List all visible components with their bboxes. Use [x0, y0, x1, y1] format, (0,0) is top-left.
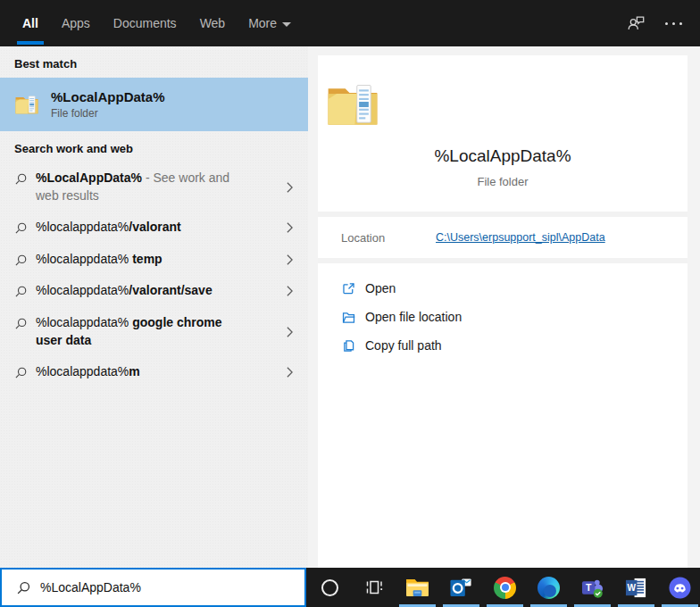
chevron-right-icon[interactable] [286, 254, 294, 266]
open-icon [341, 281, 356, 296]
search-web-header: Search work and web [0, 131, 308, 162]
action-label: Copy full path [365, 338, 442, 353]
tab-documents[interactable]: Documents [103, 0, 188, 46]
chevron-right-icon[interactable] [286, 366, 294, 378]
tab-label: All [22, 16, 38, 30]
search-icon [14, 317, 28, 330]
search-icon [14, 172, 28, 186]
search-filter-bar: AllAppsDocumentsWebMore [0, 0, 700, 46]
tab-label: Web [200, 16, 226, 30]
search-icon [14, 254, 28, 267]
preview-card: %LocalAppData% File folder Location C:\U… [318, 55, 688, 568]
suggestion-text: %localappdata%/valorant [36, 219, 250, 237]
copy-full-path-button[interactable]: Copy full path [318, 331, 688, 360]
taskbar-cortana-icon[interactable] [308, 568, 352, 607]
filter-tabs: AllAppsDocumentsWebMore [0, 0, 302, 46]
actions-list: OpenOpen file locationCopy full path [318, 263, 688, 372]
suggestion-text: %localappdata% temp [36, 251, 250, 269]
preview-hero: %LocalAppData% File folder [318, 55, 688, 212]
location-row: Location C:\Users\erpsupport_sipl\AppDat… [318, 217, 688, 258]
preview-panel: %LocalAppData% File folder Location C:\U… [308, 46, 700, 568]
suggestion-item[interactable]: %localappdata% google chrome user data [0, 307, 308, 356]
tab-apps[interactable]: Apps [51, 0, 101, 46]
suggestion-item[interactable]: %localappdata%/valorant/save [0, 275, 308, 307]
search-input[interactable] [40, 580, 290, 595]
suggestion-text: %localappdata% google chrome user data [36, 314, 250, 349]
suggestion-text: %localappdata%/valorant/save [36, 282, 250, 300]
feedback-icon[interactable] [626, 13, 646, 33]
search-icon [16, 580, 31, 595]
open-file-location-button[interactable]: Open file location [318, 303, 688, 331]
best-match-title: %LocalAppData% [51, 89, 165, 104]
best-match-item[interactable]: %LocalAppData% File folder [0, 78, 308, 131]
location-link[interactable]: C:\Users\erpsupport_sipl\AppData [436, 231, 605, 244]
action-label: Open [365, 281, 396, 295]
tab-all[interactable]: All [12, 0, 49, 46]
tab-label: Apps [62, 16, 90, 30]
chevron-right-icon[interactable] [286, 221, 294, 234]
more-options-icon[interactable] [665, 22, 682, 25]
search-icon [14, 221, 28, 235]
preview-title: %LocalAppData% [327, 146, 679, 166]
search-icon [14, 285, 28, 298]
chevron-down-icon [282, 22, 291, 27]
results-panel: Best match %LocalAppData% [0, 46, 308, 568]
taskbar-teams-icon[interactable]: T [571, 568, 614, 607]
taskbar-chrome-icon[interactable] [483, 568, 527, 607]
tab-label: More [248, 16, 277, 30]
svg-text:W: W [627, 583, 636, 593]
suggestion-item[interactable]: %LocalAppData% - See work and web result… [0, 162, 308, 212]
taskbar-task-view-icon[interactable] [352, 568, 396, 607]
folder-icon [327, 82, 679, 127]
action-label: Open file location [365, 310, 462, 324]
copy-icon [341, 338, 356, 353]
suggestions-list: %LocalAppData% - See work and web result… [0, 162, 308, 388]
location-label: Location [341, 231, 436, 245]
topbar-right [626, 0, 700, 46]
suggestion-text: %localappdata%m [36, 363, 250, 381]
open-file-location-icon [341, 310, 356, 325]
search-box[interactable] [0, 568, 306, 607]
taskbar: TW [306, 568, 700, 607]
open-button[interactable]: Open [318, 274, 688, 303]
taskbar-discord-icon[interactable] [658, 568, 700, 607]
bottom-bar: TW [0, 568, 700, 607]
best-match-header: Best match [0, 46, 308, 78]
search-icon [14, 366, 28, 379]
suggestion-item[interactable]: %localappdata%m [0, 356, 308, 388]
chevron-right-icon[interactable] [286, 326, 294, 338]
best-match-subtitle: File folder [51, 107, 165, 120]
svg-text:T: T [586, 581, 592, 592]
suggestion-text: %LocalAppData% - See work and web result… [36, 170, 250, 204]
tab-more[interactable]: More [238, 0, 302, 46]
tab-label: Documents [113, 16, 177, 30]
preview-subtitle: File folder [327, 175, 679, 188]
best-match-text: %LocalAppData% File folder [51, 89, 165, 120]
taskbar-file-explorer-icon[interactable] [396, 568, 439, 607]
suggestion-item[interactable]: %localappdata% temp [0, 244, 308, 276]
taskbar-word-icon[interactable]: W [614, 568, 658, 607]
chevron-right-icon[interactable] [286, 285, 294, 297]
taskbar-outlook-icon[interactable] [439, 568, 483, 607]
search-flyout: Best match %LocalAppData% [0, 46, 700, 568]
folder-icon [15, 94, 38, 115]
taskbar-edge-icon[interactable] [527, 568, 571, 607]
tab-web[interactable]: Web [189, 0, 237, 46]
chevron-right-icon[interactable] [286, 181, 294, 194]
suggestion-item[interactable]: %localappdata%/valorant [0, 212, 308, 244]
